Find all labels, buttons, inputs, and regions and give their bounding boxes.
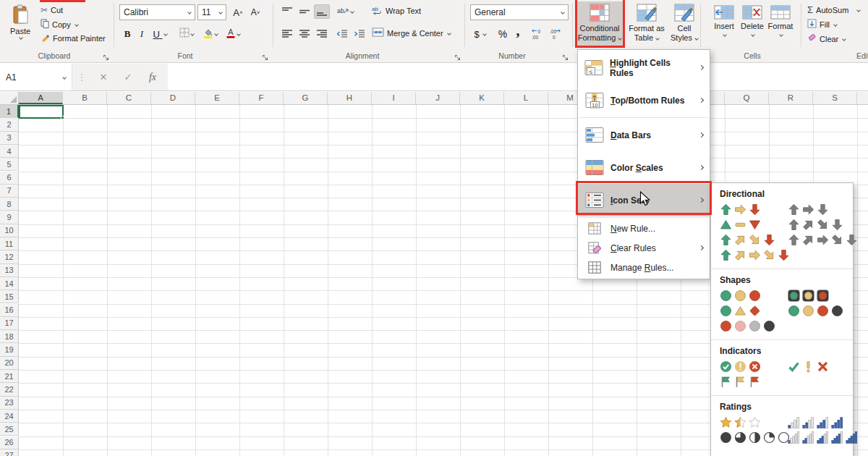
- icon-set-option[interactable]: [720, 202, 788, 217]
- orientation-button[interactable]: ab: [334, 4, 356, 19]
- menu-item-manage-rules[interactable]: Manage Rules...: [578, 258, 710, 277]
- bottom-align-button[interactable]: [314, 4, 330, 19]
- row-header-24[interactable]: 24: [0, 410, 19, 423]
- column-header-L[interactable]: L: [504, 92, 548, 104]
- fill-color-button[interactable]: [200, 27, 220, 41]
- row-header-6[interactable]: 6: [0, 172, 19, 185]
- column-header-R[interactable]: R: [769, 92, 813, 104]
- wrap-text-button[interactable]: ab Wrap Text: [372, 5, 421, 17]
- menu-item-new-rule[interactable]: New Rule...: [578, 219, 710, 238]
- column-header-Q[interactable]: Q: [725, 92, 769, 104]
- icon-set-option[interactable]: [720, 303, 788, 318]
- column-header-C[interactable]: C: [107, 92, 151, 104]
- copy-button[interactable]: Copy: [41, 19, 78, 30]
- format-as-table-button[interactable]: Format as Table: [626, 1, 667, 47]
- icon-set-option[interactable]: [788, 217, 856, 232]
- number-dialog-launcher[interactable]: [562, 51, 570, 59]
- row-header-20[interactable]: 20: [0, 357, 19, 370]
- row-header-14[interactable]: 14: [0, 277, 19, 290]
- clipboard-dialog-launcher[interactable]: [103, 51, 111, 59]
- icon-set-option[interactable]: [720, 318, 788, 334]
- font-size-combo[interactable]: 11: [197, 4, 226, 20]
- column-header-H[interactable]: H: [328, 92, 372, 104]
- column-header-A[interactable]: A: [19, 92, 63, 104]
- icon-set-option[interactable]: [720, 217, 788, 232]
- row-header-10[interactable]: 10: [0, 224, 19, 237]
- row-header-8[interactable]: 8: [0, 198, 19, 211]
- alignment-dialog-launcher[interactable]: [454, 51, 462, 59]
- percent-style-button[interactable]: %: [495, 27, 511, 41]
- row-header-21[interactable]: 21: [0, 370, 19, 383]
- icon-set-option[interactable]: [720, 430, 788, 445]
- number-format-combo[interactable]: General: [470, 4, 569, 20]
- row-header-9[interactable]: 9: [0, 211, 19, 224]
- icon-set-option[interactable]: [720, 374, 788, 389]
- select-all-corner[interactable]: [0, 92, 19, 105]
- merge-center-button[interactable]: Merge & Center: [372, 28, 451, 38]
- align-left-button[interactable]: [279, 27, 295, 41]
- row-header-7[interactable]: 7: [0, 185, 19, 198]
- top-align-button[interactable]: [279, 4, 295, 19]
- name-box[interactable]: A1: [0, 64, 72, 90]
- column-header-I[interactable]: I: [372, 92, 416, 104]
- font-name-combo[interactable]: Calibri: [119, 4, 195, 20]
- row-header-16[interactable]: 16: [0, 304, 19, 317]
- row-header-19[interactable]: 19: [0, 343, 19, 356]
- icon-set-option[interactable]: [788, 430, 856, 445]
- fill-button[interactable]: Fill: [807, 19, 837, 30]
- icon-set-option[interactable]: [720, 415, 788, 430]
- align-right-button[interactable]: [314, 27, 330, 41]
- column-header-S[interactable]: S: [813, 92, 857, 104]
- row-header-4[interactable]: 4: [0, 145, 19, 158]
- align-center-button[interactable]: [297, 27, 312, 41]
- middle-align-button[interactable]: [297, 4, 312, 19]
- bold-button[interactable]: B: [121, 27, 134, 41]
- font-color-button[interactable]: A: [223, 27, 243, 41]
- icon-set-option[interactable]: [720, 359, 788, 374]
- row-header-23[interactable]: 23: [0, 397, 19, 410]
- menu-item-data-bars[interactable]: Data Bars: [578, 119, 710, 151]
- row-header-11[interactable]: 11: [0, 237, 19, 250]
- icon-set-option[interactable]: [720, 232, 788, 248]
- row-header-26[interactable]: 26: [0, 436, 19, 449]
- row-header-5[interactable]: 5: [0, 158, 19, 171]
- cut-button[interactable]: ✂ Cut: [41, 5, 63, 15]
- format-cells-button[interactable]: Format: [767, 1, 794, 47]
- icon-set-option[interactable]: [788, 415, 856, 430]
- cancel-button[interactable]: ✕: [93, 64, 114, 90]
- column-header-G[interactable]: G: [284, 92, 328, 104]
- column-header-J[interactable]: J: [416, 92, 460, 104]
- accounting-format-button[interactable]: $: [470, 27, 490, 41]
- decrease-indent-button[interactable]: [334, 27, 350, 41]
- column-header-E[interactable]: E: [195, 92, 239, 104]
- icon-set-option[interactable]: [788, 288, 850, 303]
- row-header-25[interactable]: 25: [0, 423, 19, 436]
- column-header-B[interactable]: B: [63, 92, 107, 104]
- row-header-22[interactable]: 22: [0, 383, 19, 396]
- conditional-formatting-button[interactable]: Conditional Formatting: [576, 1, 623, 47]
- comma-style-button[interactable]: ,: [512, 22, 524, 39]
- increase-indent-button[interactable]: [352, 27, 367, 41]
- column-header-K[interactable]: K: [460, 92, 504, 104]
- menu-item-color-scales[interactable]: Color Scales: [578, 151, 710, 184]
- formula-input[interactable]: [168, 64, 868, 90]
- row-header-12[interactable]: 12: [0, 250, 19, 263]
- underline-button[interactable]: U: [150, 27, 170, 41]
- insert-cells-button[interactable]: Insert: [712, 1, 736, 47]
- decrease-decimal-button[interactable]: .000: [547, 27, 564, 41]
- row-header-1[interactable]: 1: [0, 105, 19, 118]
- borders-button[interactable]: [176, 27, 197, 41]
- column-header-D[interactable]: D: [151, 92, 195, 104]
- font-dialog-launcher[interactable]: [262, 51, 270, 59]
- icon-set-option[interactable]: [788, 232, 856, 248]
- italic-button[interactable]: I: [137, 27, 147, 41]
- row-header-2[interactable]: 2: [0, 118, 19, 131]
- cell-styles-button[interactable]: Cell Styles: [668, 1, 700, 47]
- row-header-27[interactable]: 27: [0, 449, 19, 456]
- autosum-button[interactable]: Σ AutoSum: [807, 4, 860, 15]
- icon-set-option[interactable]: [720, 248, 788, 263]
- increase-decimal-button[interactable]: 0.00: [528, 27, 545, 41]
- menu-item-top-bottom-rules[interactable]: 10Top/Bottom Rules: [578, 84, 710, 117]
- paste-button[interactable]: Paste: [4, 3, 36, 48]
- menu-item-highlight-cells-rules[interactable]: ≤Highlight Cells Rules: [578, 51, 710, 84]
